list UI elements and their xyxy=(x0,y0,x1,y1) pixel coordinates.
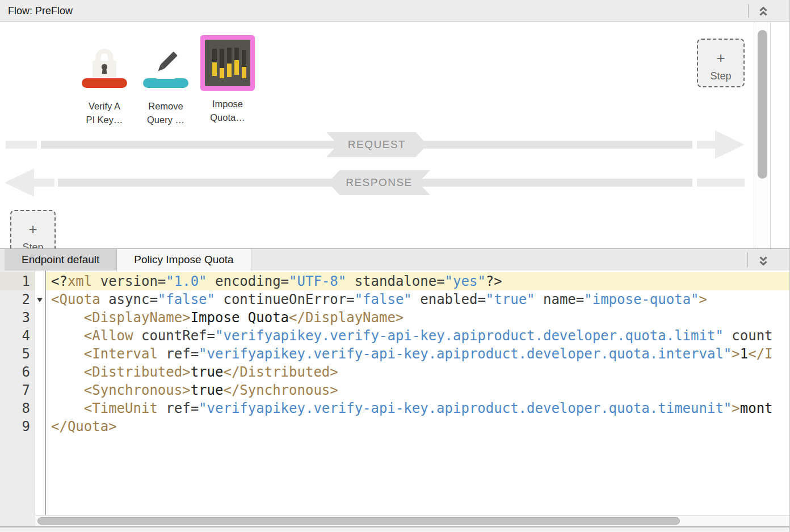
line-number: 3 xyxy=(0,309,35,327)
policy-impose-quota[interactable]: ImposeQuota… xyxy=(196,35,259,124)
code-token: countRef= xyxy=(133,328,216,344)
code-token: </Quota> xyxy=(51,419,117,434)
code-token: <DisplayName> xyxy=(84,310,191,326)
code-line-4[interactable]: 4 <Allow countRef="verifyapikey.verify-a… xyxy=(0,327,789,345)
code-token: </Distributed> xyxy=(223,364,338,380)
step-button-label: Step xyxy=(15,242,51,248)
request-badge: REQUEST xyxy=(326,132,427,157)
code-line-6[interactable]: 6 <Distributed>true</Distributed> xyxy=(0,363,789,381)
editor-horizontal-scrollbar[interactable] xyxy=(0,515,789,526)
window-bottom-edge xyxy=(0,526,789,532)
code-token: name= xyxy=(535,292,585,307)
response-arrowhead-icon xyxy=(5,168,34,197)
code-token xyxy=(51,310,84,326)
policy-label: ImposeQuota… xyxy=(196,97,259,124)
policy-verify-api-key[interactable]: Verify API Key… xyxy=(77,40,132,126)
code-token: version= xyxy=(92,273,166,289)
code-token: > xyxy=(699,292,707,307)
code-token: <Synchronous> xyxy=(84,382,191,398)
line-number: 2 xyxy=(0,290,35,309)
flow-panel-header: Flow: PreFlow xyxy=(0,0,789,22)
pencil-icon xyxy=(143,78,188,88)
request-arrow-stub xyxy=(6,141,37,149)
horizontal-scrollbar-track[interactable] xyxy=(35,515,789,526)
plus-icon: + xyxy=(15,222,51,237)
code-token: <TimeUnit xyxy=(84,400,158,416)
code-token xyxy=(51,400,84,416)
response-badge: RESPONSE xyxy=(328,170,430,195)
code-token: "false" xyxy=(355,292,412,307)
line-number: 4 xyxy=(0,327,35,345)
code-line-content[interactable]: <Synchronous>true</Synchronous> xyxy=(46,381,789,399)
editor-tabs: Endpoint defaultPolicy Impose Quota xyxy=(5,249,251,271)
add-step-button-request[interactable]: + Step xyxy=(697,39,745,87)
fold-toggle-icon[interactable] xyxy=(37,298,43,302)
chevron-double-down-icon[interactable] xyxy=(755,254,771,268)
code-token: ref= xyxy=(158,400,199,416)
code-token: > xyxy=(732,400,739,416)
request-label: REQUEST xyxy=(348,138,406,151)
request-arrowhead-icon xyxy=(715,130,745,159)
code-token: standalone= xyxy=(346,273,444,289)
code-token: ?> xyxy=(486,273,502,289)
horizontal-scrollbar-thumb[interactable] xyxy=(37,517,680,525)
code-token: "verifyapikey.verify-api-key.apiproduct.… xyxy=(215,328,724,344)
code-line-5[interactable]: 5 <Interval ref="verifyapikey.verify-api… xyxy=(0,345,789,363)
tabbar-divider xyxy=(747,252,748,267)
tab-policy-impose-quota[interactable]: Policy Impose Quota xyxy=(117,249,251,271)
line-number: 1 xyxy=(0,272,35,290)
code-line-content[interactable]: <Distributed>true</Distributed> xyxy=(46,363,789,381)
code-token xyxy=(51,364,84,380)
code-token: async= xyxy=(100,292,158,307)
tab-endpoint-default[interactable]: Endpoint default xyxy=(5,249,117,271)
line-number: 5 xyxy=(0,345,35,363)
code-token: encoding= xyxy=(207,273,289,289)
code-token: mont xyxy=(740,400,773,416)
flow-vertical-scrollbar[interactable] xyxy=(754,22,771,248)
code-line-8[interactable]: 8 <TimeUnit ref="verifyapikey.verify-api… xyxy=(0,399,789,417)
code-line-7[interactable]: 7 <Synchronous>true</Synchronous> xyxy=(0,381,789,399)
response-arrow-tail xyxy=(31,179,54,187)
xml-code-editor[interactable]: 1<?xml version="1.0" encoding="UTF-8" st… xyxy=(0,271,789,515)
policy-label: RemoveQuery … xyxy=(138,99,193,126)
add-step-button-response[interactable]: + Step xyxy=(10,210,56,248)
code-line-content[interactable]: <Interval ref="verifyapikey.verify-api-k… xyxy=(46,345,789,363)
response-arrow-stub xyxy=(697,179,745,187)
code-line-3[interactable]: 3 <DisplayName>Impose Quota</DisplayName… xyxy=(0,309,789,327)
code-line-content[interactable]: </Quota> xyxy=(46,417,789,436)
code-token: "verifyapikey.verify-api-key.apiproduct.… xyxy=(199,346,732,362)
code-line-content[interactable]: <Allow countRef="verifyapikey.verify-api… xyxy=(46,327,789,345)
code-line-content[interactable]: <DisplayName>Impose Quota</DisplayName> xyxy=(46,309,789,327)
code-token: "true" xyxy=(486,292,535,307)
chevron-double-up-icon[interactable] xyxy=(755,5,771,18)
code-line-9[interactable]: 9</Quota> xyxy=(0,417,789,436)
flow-canvas: Verify API Key…RemoveQuery …ImposeQuota…… xyxy=(0,22,789,248)
code-token: true xyxy=(191,364,224,380)
code-token: <? xyxy=(51,273,68,289)
code-line-1[interactable]: 1<?xml version="1.0" encoding="UTF-8" st… xyxy=(0,272,789,290)
policy-remove-query-param[interactable]: RemoveQuery … xyxy=(138,40,193,126)
code-line-content[interactable]: <TimeUnit ref="verifyapikey.verify-api-k… xyxy=(46,399,789,417)
code-token: "false" xyxy=(158,292,215,307)
scrollbar-gutter-corner xyxy=(0,515,35,526)
lock-icon xyxy=(82,78,127,88)
line-number: 6 xyxy=(0,363,35,381)
code-token: xml xyxy=(68,273,92,289)
code-token: "impose-quota" xyxy=(584,292,699,307)
code-line-content[interactable]: <?xml version="1.0" encoding="UTF-8" sta… xyxy=(46,272,789,290)
code-token: Impose Quota xyxy=(191,310,289,326)
code-token: enabled= xyxy=(412,292,486,307)
code-line-content[interactable]: <Quota async="false" continueOnError="fa… xyxy=(46,290,789,309)
code-token: "UTF-8" xyxy=(289,273,346,289)
code-line-2[interactable]: 2<Quota async="false" continueOnError="f… xyxy=(0,290,789,309)
flow-vertical-scrollbar-thumb[interactable] xyxy=(758,30,767,179)
flow-title: Flow: PreFlow xyxy=(8,0,73,22)
api-proxy-flow-editor: Flow: PreFlow Verify API Key…RemoveQuery… xyxy=(0,0,790,532)
code-token: ref= xyxy=(158,346,199,362)
code-area[interactable]: 1<?xml version="1.0" encoding="UTF-8" st… xyxy=(0,272,789,436)
code-token: <Allow xyxy=(84,328,133,344)
code-token: "verifyapikey.verify-api-key.apiproduct.… xyxy=(199,400,732,416)
header-divider xyxy=(748,4,749,18)
selection-ring xyxy=(200,35,255,91)
code-token: </I xyxy=(748,346,772,362)
